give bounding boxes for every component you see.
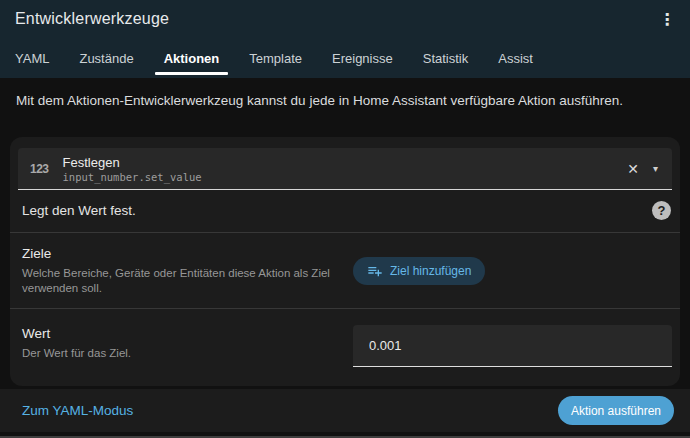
numeric-icon: 123 (30, 162, 49, 176)
value-title: Wert (22, 325, 337, 342)
tab-template[interactable]: Template (234, 38, 317, 78)
tab-assist[interactable]: Assist (483, 38, 548, 78)
tab-ereignisse[interactable]: Ereignisse (317, 38, 408, 78)
action-picker-labels: Festlegen input_number.set_value (63, 154, 620, 184)
kebab-menu-icon[interactable]: ⋮ (654, 6, 680, 32)
action-picker[interactable]: 123 Festlegen input_number.set_value ✕ ▾ (18, 148, 672, 190)
action-card: 123 Festlegen input_number.set_value ✕ ▾… (10, 137, 680, 386)
tab-bar: YAML Zustände Aktionen Template Ereignis… (0, 38, 690, 78)
tab-aktionen[interactable]: Aktionen (149, 38, 235, 78)
page-title: Entwicklerwerkzeuge (15, 10, 654, 28)
app-header: Entwicklerwerkzeuge ⋮ (0, 0, 690, 38)
add-target-button[interactable]: Ziel hinzufügen (353, 257, 485, 285)
clear-icon[interactable]: ✕ (619, 157, 647, 181)
run-action-button[interactable]: Aktion ausführen (558, 396, 674, 425)
targets-subtitle: Welche Bereiche, Geräte oder Entitäten d… (22, 266, 337, 296)
add-target-label: Ziel hinzufügen (390, 264, 471, 278)
targets-labels: Ziele Welche Bereiche, Geräte oder Entit… (22, 245, 353, 296)
tab-zustaende[interactable]: Zustände (64, 38, 148, 78)
tab-yaml[interactable]: YAML (0, 38, 64, 78)
footer-bar: Zum YAML-Modus Aktion ausführen (0, 389, 690, 432)
value-row: Wert Der Wert für das Ziel. (10, 309, 680, 379)
action-description-row: Legt den Wert fest. ? (10, 190, 680, 232)
action-service-id: input_number.set_value (63, 171, 620, 184)
yaml-mode-link[interactable]: Zum YAML-Modus (22, 403, 558, 418)
action-name: Festlegen (63, 155, 620, 171)
value-subtitle: Der Wert für das Ziel. (22, 346, 337, 361)
targets-row: Ziele Welche Bereiche, Geräte oder Entit… (10, 233, 680, 308)
intro-text: Mit dem Aktionen-Entwicklerwerkzeug kann… (16, 92, 674, 110)
value-input[interactable] (353, 325, 672, 367)
tab-statistik[interactable]: Statistik (408, 38, 484, 78)
value-labels: Wert Der Wert für das Ziel. (22, 325, 353, 361)
help-icon[interactable]: ? (652, 201, 671, 220)
action-description: Legt den Wert fest. (22, 202, 652, 220)
chevron-down-icon[interactable]: ▾ (647, 159, 660, 178)
targets-title: Ziele (22, 245, 337, 262)
playlist-plus-icon (367, 263, 383, 279)
